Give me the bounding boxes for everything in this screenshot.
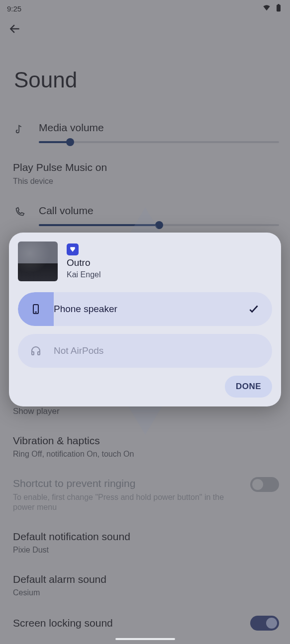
done-button[interactable]: DONE [225,376,272,398]
track-title: Outro [67,257,101,268]
now-playing-row: Outro Kai Engel [18,242,272,281]
output-label: Phone speaker [54,304,247,315]
track-artist: Kai Engel [67,270,101,279]
output-phone-speaker[interactable]: Phone speaker [18,292,272,326]
phone-speaker-icon [18,292,54,326]
svg-rect-9 [38,352,40,355]
output-switcher-dialog: Outro Kai Engel Phone speaker Not AirPod… [9,233,281,406]
nav-handle[interactable] [115,638,175,640]
app-badge-icon [67,243,79,255]
output-not-airpods[interactable]: Not AirPods [18,334,272,368]
output-label: Not AirPods [54,345,260,356]
svg-rect-8 [32,352,34,355]
album-art [18,242,58,281]
check-icon [247,303,260,316]
headphones-icon [18,334,54,368]
